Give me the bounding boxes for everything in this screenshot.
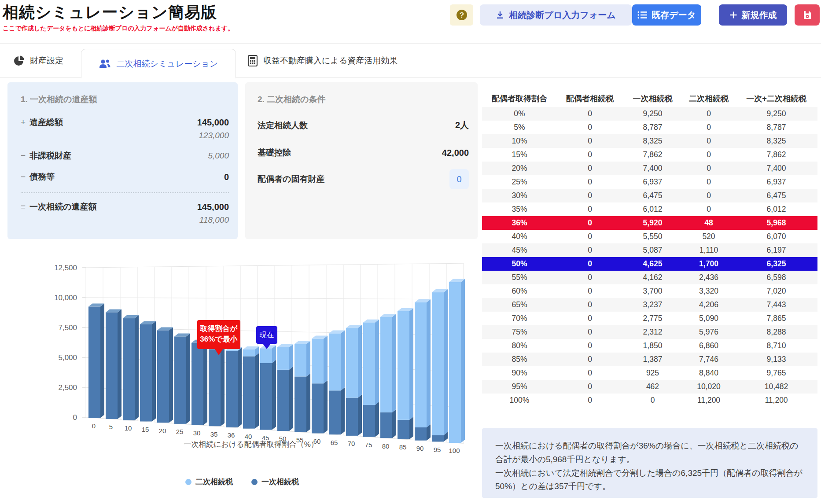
- legend-item-secondary-tax[interactable]: 二次相続税: [185, 477, 233, 487]
- table-row[interactable]: 15%07,86207,862: [482, 148, 817, 162]
- table-cell: 25%: [482, 175, 557, 189]
- current-annotation-label: 現在: [260, 331, 274, 338]
- save-button[interactable]: [795, 4, 820, 26]
- summary-note-line1: 一次相続における配偶者の取得割合が36%の場合に、一次相続税と二次相続税の合計が…: [495, 439, 804, 467]
- table-cell: 8,840: [682, 366, 735, 380]
- table-row[interactable]: 55%04,1622,4366,598: [482, 271, 817, 284]
- table-row[interactable]: 0%09,25009,250: [482, 107, 817, 121]
- debt-row: −債務等 0: [21, 171, 229, 183]
- table-cell: 0: [682, 134, 735, 148]
- table-row[interactable]: 50%04,6251,7006,325: [482, 257, 817, 271]
- x-axis-tick: 80: [382, 442, 390, 450]
- pro-input-form-label: 相続診断プロ入力フォーム: [509, 9, 615, 21]
- table-cell: 6,012: [735, 202, 817, 216]
- legend-item-primary-tax[interactable]: 一次相続税: [251, 477, 299, 487]
- list-icon: [637, 11, 647, 19]
- estate-total-row: +遺産総額 145,000: [21, 117, 229, 128]
- current-annotation-arrow: [263, 344, 271, 349]
- table-cell: 0: [557, 148, 623, 162]
- tax-chart-canvas[interactable]: 02,5005,0007,50010,00012,500051015202530…: [18, 253, 467, 475]
- x-axis-title: 一次相続における配偶者取得割合（%）: [184, 440, 318, 449]
- col-secondary-tax: 二次相続税: [682, 90, 735, 107]
- tab-secondary-inheritance-simulation[interactable]: 二次相続シミュレーション: [81, 49, 236, 78]
- table-cell: 2,312: [623, 325, 682, 339]
- table-cell: 80%: [482, 339, 557, 353]
- table-cell: 1,387: [623, 353, 682, 366]
- table-row[interactable]: 80%01,8506,8608,710: [482, 339, 817, 353]
- table-cell: 5,090: [682, 312, 735, 325]
- svg-text:?: ?: [459, 11, 464, 19]
- help-button[interactable]: ?: [450, 4, 473, 26]
- table-row[interactable]: 90%09258,8409,765: [482, 366, 817, 380]
- table-cell: 4,206: [682, 298, 735, 312]
- primary-estate-subvalue: 118,000: [21, 215, 229, 225]
- new-create-button[interactable]: 新規作成: [719, 4, 787, 26]
- table-cell: 520: [682, 230, 735, 243]
- table-row[interactable]: 85%01,3877,7469,133: [482, 353, 817, 366]
- tab-income-property-effect[interactable]: 収益不動産購入による資産活用効果: [247, 55, 398, 66]
- table-cell: 462: [623, 380, 682, 394]
- table-cell: 6,937: [623, 175, 682, 189]
- panel2-title: 2. 二次相続の条件: [258, 94, 469, 105]
- x-axis-tick: 65: [331, 439, 338, 446]
- table-cell: 6,860: [682, 339, 735, 353]
- table-row[interactable]: 45%05,0871,1106,197: [482, 243, 817, 257]
- x-axis-tick: 25: [176, 428, 184, 435]
- table-row[interactable]: 5%08,78708,787: [482, 121, 817, 134]
- table-row[interactable]: 25%06,93706,937: [482, 175, 817, 189]
- table-row[interactable]: 65%03,2374,2067,443: [482, 298, 817, 312]
- table-cell: 0: [557, 121, 623, 134]
- table-cell: 75%: [482, 325, 557, 339]
- table-row[interactable]: 20%07,40007,400: [482, 162, 817, 175]
- x-axis-tick: 70: [348, 440, 355, 447]
- x-axis-tick: 0: [92, 422, 96, 430]
- table-row[interactable]: 75%02,3125,9768,288: [482, 325, 817, 339]
- table-cell: 0: [682, 148, 735, 162]
- min-annotation-arrow: [215, 349, 223, 355]
- table-cell: 45%: [482, 243, 557, 257]
- table-row[interactable]: 35%06,01206,012: [482, 202, 817, 216]
- plus-operator: +: [21, 118, 29, 127]
- tab-property-settings[interactable]: 財産設定: [13, 55, 63, 66]
- table-cell: 7,443: [735, 298, 817, 312]
- tab-secondary-inheritance-label: 二次相続シミュレーション: [116, 58, 218, 70]
- table-row[interactable]: 70%02,7755,0907,865: [482, 312, 817, 325]
- table-cell: 10,482: [735, 380, 817, 394]
- table-cell: 0: [557, 216, 623, 230]
- col-total-tax: 一次+二次相続税: [735, 90, 817, 107]
- table-cell: 8,325: [735, 134, 817, 148]
- table-cell: 8,288: [735, 325, 817, 339]
- estate-total-value: 145,000: [197, 118, 229, 128]
- table-row[interactable]: 95%046210,02010,482: [482, 380, 817, 394]
- table-row[interactable]: 30%06,47506,475: [482, 189, 817, 202]
- chart-bars[interactable]: [88, 279, 465, 443]
- table-row[interactable]: 40%05,5505206,070: [482, 230, 817, 243]
- table-cell: 0: [557, 284, 623, 298]
- table-row[interactable]: 10%08,32508,325: [482, 134, 817, 148]
- calculator-icon: [247, 55, 258, 66]
- table-cell: 5,920: [623, 216, 682, 230]
- table-cell: 0: [557, 394, 623, 407]
- col-spouse-tax: 配偶者相続税: [557, 90, 623, 107]
- table-row[interactable]: 36%05,920485,968: [482, 216, 817, 230]
- table-row[interactable]: 60%03,7003,3207,020: [482, 284, 817, 298]
- x-axis-tick: 36: [228, 431, 235, 439]
- spouse-assets-input[interactable]: 0: [449, 169, 469, 189]
- y-axis-tick: 10,000: [54, 294, 77, 302]
- table-cell: 50%: [482, 257, 557, 271]
- summary-note-line2: 一次相続において法定相続割合で分割した場合の6,325千円（配偶者の取得割合が5…: [495, 467, 804, 494]
- pro-input-form-button[interactable]: 相続診断プロ入力フォーム: [480, 4, 632, 26]
- table-cell: 7,862: [735, 148, 817, 162]
- table-cell: 9,250: [735, 107, 817, 121]
- table-cell: 0%: [482, 107, 557, 121]
- existing-data-button[interactable]: 既存データ: [632, 4, 701, 26]
- basic-deduction-value: 42,000: [442, 148, 469, 158]
- table-row[interactable]: 100%0011,20011,200: [482, 394, 817, 407]
- table-cell: 6,012: [623, 202, 682, 216]
- table-cell: 0: [682, 162, 735, 175]
- table-cell: 8,787: [735, 121, 817, 134]
- table-cell: 0: [557, 189, 623, 202]
- table-cell: 0: [557, 230, 623, 243]
- table-cell: 5,087: [623, 243, 682, 257]
- y-axis-tick: 12,500: [54, 264, 77, 272]
